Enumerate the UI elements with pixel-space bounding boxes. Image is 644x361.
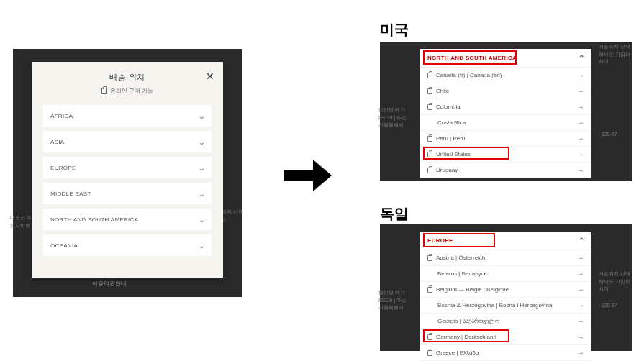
region-list: AFRICA⌄ASIA⌄EUROPE⌄MIDDLE EAST⌄NORTH AND… [43,105,212,256]
shopping-bag-icon [427,104,432,110]
arrow-right-icon: → [577,150,584,158]
region-label: OCEANIA [50,242,78,249]
country-label: Chile [436,88,449,94]
shopping-bag-icon [427,136,432,142]
chevron-down-icon: ⌄ [197,164,205,172]
shopping-bag-icon [427,73,432,78]
arrow-right-icon: → [577,270,584,278]
shopping-bag-icon [427,168,432,173]
country-row[interactable]: Peru | Perú→ [420,131,591,147]
close-icon[interactable]: ✕ [206,70,214,82]
arrow-right-icon: → [577,285,584,293]
country-row[interactable]: Germany | Deutschland→ [420,329,591,345]
country-label: United States [436,151,471,157]
arrow-right-icon: → [577,87,584,95]
country-row[interactable]: United States→ [420,147,591,163]
region-header[interactable]: EUROPE ⌃ [420,232,591,250]
country-label: Belgium — België | Belgique [436,286,509,293]
arrow-right-icon: → [577,103,584,111]
modal-title: 배송 위치 [109,72,145,83]
region-label: EUROPE [50,165,76,171]
shopping-bag-icon [427,334,432,340]
region-label: ASIA [50,139,64,145]
country-row[interactable]: Greece | Ελλάδα→ [420,345,591,361]
country-row[interactable]: Uruguay→ [420,163,591,178]
arrow-right-icon: → [577,254,584,262]
shopping-bag-icon [427,88,432,94]
country-label: Belarus | Беларусь [437,270,487,277]
country-list-usa: NORTH AND SOUTH AMERICA ⌃ Canada (fr) | … [420,49,591,178]
country-row[interactable]: Costa Rica→ [420,115,591,131]
germany-screenshot: 법인명 메가 83339 | 주소 서울특별시 배송위치 선택하세요 가입하시기… [380,224,632,351]
country-label: Uruguay [436,167,458,173]
country-label: Bosnia & Herzegovina | Bosna i Hercegovi… [437,302,553,309]
country-row[interactable]: Belarus | Беларусь→ [420,266,591,282]
arrow-right-icon: → [577,166,584,174]
country-label: Georgia | საქართველო [437,318,499,324]
bg-text: 배송위치 선택하세요 가입하시기 [599,43,635,66]
chevron-up-icon: ⌃ [579,237,584,245]
country-label: Greece | Ελλάδα [436,349,479,356]
arrow-right-icon: → [577,317,584,325]
region-header-label: NORTH AND SOUTH AMERICA [427,55,517,61]
country-row[interactable]: Georgia | საქართველო→ [420,314,591,329]
bg-text: 법인명 메가 83339 | 주소 서울특별시 [378,289,412,312]
region-label: MIDDLE EAST [50,191,91,197]
region-item[interactable]: OCEANIA⌄ [43,234,212,256]
arrow-right-icon: → [577,71,584,79]
shopping-bag-icon [427,255,432,261]
arrow-right-icon [284,160,335,191]
country-row[interactable]: Canada (fr) | Canada (en)→ [420,68,591,83]
label-usa: 미국 [380,20,409,40]
arrow-right-icon: → [577,349,584,357]
usa-screenshot: 법인명 메가 83339 | 주소 서울특별시 배송위치 선택하세요 가입하시기… [380,42,632,181]
region-item[interactable]: NORTH AND SOUTH AMERICA⌄ [43,209,212,230]
bg-text: : 220-87 [599,131,635,139]
region-header-label: EUROPE [427,237,453,244]
chevron-up-icon: ⌃ [579,54,584,62]
country-list-germany: EUROPE ⌃ Austria | Österreich→Belarus | … [420,232,591,361]
shopping-bag-icon [427,350,432,356]
region-item[interactable]: AFRICA⌄ [43,105,212,127]
bg-text: 배송위치 선택하세요 가입하시기 [599,270,635,293]
label-germany: 독일 [380,204,409,224]
country-label: Costa Rica [437,119,466,126]
country-label: Germany | Deutschland [436,334,496,340]
arrow-right-icon: → [577,134,584,142]
region-label: AFRICA [50,113,73,119]
shopping-bag-icon [427,287,432,293]
arrow-right-icon: → [577,333,584,341]
region-item[interactable]: MIDDLE EAST⌄ [43,183,212,204]
shopping-bag-icon [101,88,107,94]
country-row[interactable]: Colombia→ [420,99,591,115]
region-item[interactable]: EUROPE⌄ [43,157,212,178]
modal-header: 배송 위치 ✕ [43,72,212,83]
country-label: Peru | Perú [436,135,465,142]
bg-text: 법인명 메가 83339 | 주소 서울특별시 [378,106,412,129]
country-row[interactable]: Austria | Österreich→ [420,250,591,266]
chevron-down-icon: ⌄ [197,190,205,198]
country-row[interactable]: Belgium — België | Belgique→ [420,282,591,298]
chevron-down-icon: ⌄ [197,112,205,120]
country-label: Canada (fr) | Canada (en) [436,72,502,78]
chevron-down-icon: ⌄ [197,242,205,250]
country-label: Colombia [436,104,461,110]
shipping-location-modal: 배송 위치 ✕ 온라인 구매 가능 AFRICA⌄ASIA⌄EUROPE⌄MID… [32,62,223,278]
shopping-bag-icon [427,152,432,157]
chevron-down-icon: ⌄ [197,138,205,146]
country-row[interactable]: Chile→ [420,83,591,99]
arrow-right-icon: → [577,301,584,309]
arrow-right-icon: → [577,119,584,127]
bg-text: : 220-87 [599,302,635,310]
modal-subtitle: 온라인 구매 가능 [43,87,212,95]
country-row[interactable]: Bosnia & Herzegovina | Bosna i Hercegovi… [420,298,591,314]
chevron-down-icon: ⌄ [197,216,205,224]
region-header[interactable]: NORTH AND SOUTH AMERICA ⌃ [420,49,591,68]
region-item[interactable]: ASIA⌄ [43,131,212,152]
shipping-modal-screenshot: 대표자 주소제번 사업자번호 배송위치 선택하세요 이용약관안내 배송 위치 ✕… [13,49,242,297]
subtitle-text: 온라인 구매 가능 [110,87,153,95]
country-label: Austria | Österreich [436,255,485,261]
region-label: NORTH AND SOUTH AMERICA [50,216,138,223]
bg-text: 이용약관안내 [92,280,127,288]
